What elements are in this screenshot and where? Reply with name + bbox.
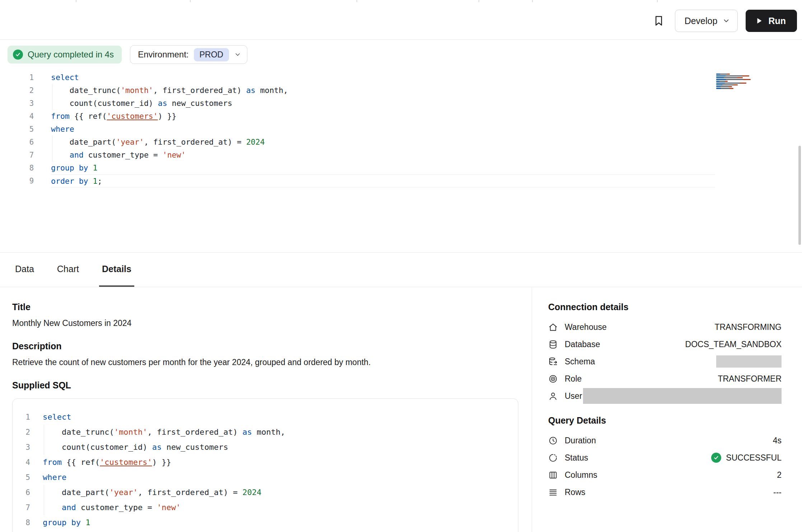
code-line: 5where	[13, 470, 518, 485]
code-line: 5where	[0, 123, 715, 136]
scrollbar[interactable]	[798, 146, 801, 245]
tab-data[interactable]: Data	[12, 253, 37, 287]
code-line: 1select	[13, 410, 518, 425]
line-number: 9	[0, 174, 34, 187]
title-value: Monthly New Customers in 2024	[12, 318, 532, 328]
line-number: 2	[0, 84, 34, 97]
detail-row: Duration4s	[548, 432, 782, 449]
environment-dropdown[interactable]: Environment: PROD	[130, 45, 247, 64]
check-icon	[711, 453, 721, 463]
role-icon	[548, 374, 558, 384]
code-text: date_trunc('month', first_ordered_at) as…	[43, 425, 518, 440]
line-number: 5	[13, 470, 30, 485]
code-line: 6 date_part('year', first_ordered_at) = …	[0, 136, 715, 149]
details-content: Title Monthly New Customers in 2024 Desc…	[0, 288, 802, 532]
redacted-value	[583, 388, 782, 404]
develop-label: Develop	[685, 16, 718, 26]
run-label: Run	[768, 16, 786, 26]
row-label: User	[565, 391, 582, 401]
code-text: where	[51, 123, 715, 136]
code-line: 3 count(customer_id) as new_customers	[13, 440, 518, 455]
supplied-sql-heading: Supplied SQL	[12, 380, 532, 391]
supplied-sql-box: 1select2 date_trunc('month', first_order…	[12, 398, 518, 532]
code-line: 8group by 1	[0, 162, 715, 174]
row-label: Database	[565, 340, 600, 349]
rows-icon	[548, 487, 558, 497]
code-line: 4from {{ ref('customers') }}	[13, 455, 518, 470]
description-value: Retrieve the count of new customers per …	[12, 358, 532, 367]
environment-badge: PROD	[194, 48, 229, 61]
detail-row: Columns2	[548, 466, 782, 484]
sql-editor[interactable]: 1select2 date_trunc('month', first_order…	[0, 71, 715, 187]
code-text: order by 1;	[51, 174, 715, 187]
row-value: SUCCESSFUL	[711, 453, 782, 463]
line-number: 1	[13, 410, 30, 425]
details-panel: Title Monthly New Customers in 2024 Desc…	[0, 288, 532, 532]
code-text: and customer_type = 'new'	[51, 149, 715, 162]
line-number: 3	[0, 97, 34, 110]
line-number: 4	[0, 110, 34, 123]
environment-label: Environment:	[138, 50, 188, 60]
tab-details[interactable]: Details	[99, 253, 134, 287]
line-number: 6	[0, 136, 34, 149]
row-label: Rows	[565, 487, 586, 497]
code-text: group by 1	[51, 162, 715, 174]
supplied-sql-code: 1select2 date_trunc('month', first_order…	[13, 410, 518, 532]
connection-details-heading: Connection details	[548, 302, 782, 312]
code-line: 4from {{ ref('customers') }}	[0, 110, 715, 123]
line-number: 7	[13, 500, 30, 515]
code-line: 9order by 1;	[0, 174, 715, 187]
row-value: 2	[777, 470, 782, 480]
code-line: 2 date_trunc('month', first_ordered_at) …	[0, 84, 715, 97]
duration-icon	[548, 436, 558, 445]
line-number: 3	[13, 440, 30, 455]
detail-row: DatabaseDOCS_TEAM_SANDBOX	[548, 336, 782, 353]
code-text: date_part('year', first_ordered_at) = 20…	[43, 485, 518, 500]
detail-row: RoleTRANSFORMER	[548, 370, 782, 387]
code-text: group by 1	[43, 515, 518, 530]
status-bar: Query completed in 4s Environment: PROD	[8, 45, 247, 64]
code-text: date_part('year', first_ordered_at) = 20…	[51, 136, 715, 149]
line-number: 4	[13, 455, 30, 470]
row-label: Schema	[565, 357, 595, 367]
code-line: 1select	[0, 71, 715, 84]
code-text: select	[43, 410, 518, 425]
detail-row: User	[548, 387, 782, 405]
run-button[interactable]: Run	[746, 10, 797, 32]
code-text: from {{ ref('customers') }}	[51, 110, 715, 123]
database-icon	[548, 340, 558, 349]
warehouse-icon	[548, 322, 558, 332]
bookmark-icon[interactable]	[651, 13, 667, 29]
query-details-heading: Query Details	[548, 415, 782, 426]
code-line: 3 count(customer_id) as new_customers	[0, 97, 715, 110]
tab-chart[interactable]: Chart	[54, 253, 82, 287]
code-line: 9order by 1;	[13, 530, 518, 532]
chevron-down-icon	[722, 17, 730, 25]
query-status-text: Query completed in 4s	[28, 50, 114, 60]
develop-dropdown[interactable]: Develop	[675, 10, 738, 32]
connection-details-rows: WarehouseTRANSFORMINGDatabaseDOCS_TEAM_S…	[548, 318, 782, 405]
results-tabs: DataChartDetails	[0, 252, 802, 287]
code-line: 2 date_trunc('month', first_ordered_at) …	[13, 425, 518, 440]
line-number: 5	[0, 123, 34, 136]
chevron-down-icon	[234, 51, 241, 58]
line-number: 2	[13, 425, 30, 440]
row-label: Role	[565, 374, 582, 384]
line-number: 1	[0, 71, 34, 84]
row-value: 4s	[773, 436, 782, 445]
query-details-rows: Duration4sStatusSUCCESSFULColumns2Rows--…	[548, 432, 782, 501]
line-number: 8	[0, 162, 34, 174]
detail-row: WarehouseTRANSFORMING	[548, 318, 782, 336]
redacted-value	[716, 355, 782, 368]
title-heading: Title	[12, 302, 532, 312]
line-number: 8	[13, 515, 30, 530]
check-icon	[13, 50, 23, 60]
user-icon	[548, 391, 558, 401]
editor-minimap[interactable]	[716, 74, 754, 89]
description-heading: Description	[12, 341, 532, 351]
row-value: TRANSFORMER	[718, 374, 782, 384]
row-value: DOCS_TEAM_SANDBOX	[685, 340, 782, 349]
line-number: 7	[0, 149, 34, 162]
code-text: order by 1;	[43, 530, 518, 532]
connection-details-panel: Connection details WarehouseTRANSFORMING…	[532, 288, 802, 532]
